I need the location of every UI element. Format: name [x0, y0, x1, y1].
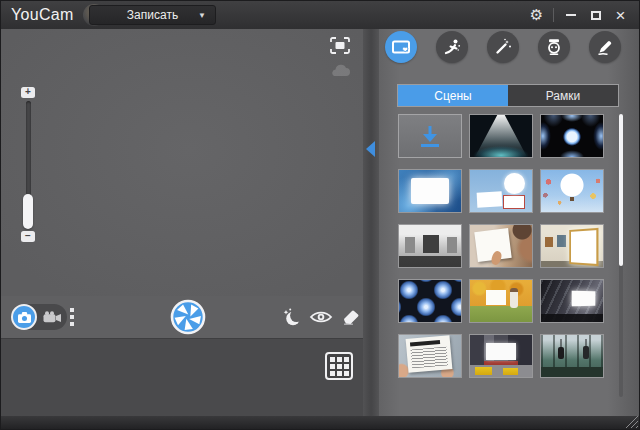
capture-toolbar — [1, 296, 363, 338]
app-logo: YouCam — [11, 6, 74, 24]
download-icon — [418, 125, 442, 148]
scene-thumb-download-more[interactable] — [398, 114, 462, 158]
effects-person-icon — [442, 37, 462, 57]
scene-thumb-art-gallery[interactable] — [540, 224, 604, 268]
resize-grip[interactable] — [625, 415, 638, 428]
scene-thumb-tech-screen[interactable] — [398, 169, 462, 213]
cloud-upload-icon[interactable] — [328, 62, 352, 78]
scene-thumb-city-taxis[interactable] — [469, 334, 533, 378]
titlebar: YouCam Записать ▼ ⚙ × — [1, 1, 639, 29]
scene-thumb-window-washers[interactable] — [540, 334, 604, 378]
record-button[interactable]: Записать ▼ — [89, 5, 216, 25]
minimize-icon — [566, 14, 576, 16]
zoom-slider-thumb[interactable] — [23, 194, 33, 229]
youcam-window: YouCam Записать ▼ ⚙ × + − — [0, 0, 640, 430]
scene-thumb-blue-spheres[interactable] — [398, 279, 462, 323]
record-button-label: Записать — [127, 8, 178, 22]
panel-divider — [363, 29, 379, 418]
window-footer — [1, 416, 639, 429]
scene-list-scrollbar[interactable] — [619, 114, 623, 397]
more-options-button[interactable] — [70, 308, 74, 326]
draw-pencil-icon — [595, 37, 615, 57]
close-button[interactable]: × — [608, 1, 633, 29]
preview-eye-icon[interactable] — [309, 309, 333, 325]
mode-gadgets-button[interactable] — [538, 31, 570, 63]
zoom-out-button[interactable]: − — [21, 231, 35, 242]
main-area: + − — [1, 29, 639, 418]
mode-icon-bar — [385, 31, 621, 63]
eraser-icon[interactable] — [341, 308, 361, 325]
scene-thumb-hand-held-card[interactable] — [469, 224, 533, 268]
capture-shutter-button[interactable] — [170, 299, 206, 335]
gallery-grid-button[interactable] — [325, 352, 353, 380]
zoom-in-button[interactable]: + — [21, 87, 35, 98]
mode-draw-button[interactable] — [589, 31, 621, 63]
camera-pane: + − — [1, 29, 363, 418]
mode-magic-wand-button[interactable] — [487, 31, 519, 63]
tab-frames[interactable]: Рамки — [508, 85, 618, 106]
fullscreen-icon[interactable] — [330, 37, 350, 54]
photo-camera-icon — [17, 311, 32, 324]
mode-effects-button[interactable] — [436, 31, 468, 63]
zoom-slider: + − — [21, 87, 35, 245]
low-light-moon-icon[interactable] — [281, 307, 303, 327]
scene-thumb-hot-air-balloons[interactable] — [540, 169, 604, 213]
scene-thumb-sky-billboards[interactable] — [469, 169, 533, 213]
scene-frame-tabs: Сцены Рамки — [397, 84, 619, 107]
photo-mode-button[interactable] — [11, 304, 37, 330]
chevron-down-icon: ▼ — [198, 11, 206, 20]
close-icon: × — [616, 7, 626, 24]
maximize-button[interactable] — [583, 1, 608, 29]
window-controls: ⚙ × — [524, 1, 633, 29]
maximize-icon — [591, 11, 601, 20]
scene-thumb-3d-blue-room[interactable] — [540, 114, 604, 158]
minimize-button[interactable] — [558, 1, 583, 29]
scene-thumb-newspaper[interactable] — [398, 334, 462, 378]
video-preview: + − — [1, 29, 363, 296]
titlebar-separator — [553, 8, 554, 22]
gadget-face-icon — [544, 37, 564, 57]
effects-panel: Сцены Рамки — [379, 29, 639, 418]
mode-scenes-frames-button[interactable] — [385, 31, 417, 63]
collapse-panel-arrow-icon[interactable] — [366, 141, 375, 157]
captured-media-strip — [1, 338, 363, 418]
capture-mode-toggle[interactable] — [11, 304, 67, 330]
gear-icon[interactable]: ⚙ — [524, 1, 549, 29]
scene-thumbnail-grid — [398, 114, 604, 378]
scenes-frames-icon — [391, 37, 411, 57]
video-camera-icon[interactable] — [43, 311, 62, 323]
tab-scenes[interactable]: Сцены — [398, 85, 508, 106]
scrollbar-thumb[interactable] — [619, 114, 623, 266]
scene-thumb-museum-bw[interactable] — [398, 224, 462, 268]
scene-thumb-industrial-hall[interactable] — [540, 279, 604, 323]
magic-wand-icon — [493, 37, 513, 57]
scene-thumb-spotlight[interactable] — [469, 114, 533, 158]
scene-thumb-autumn-painter[interactable] — [469, 279, 533, 323]
